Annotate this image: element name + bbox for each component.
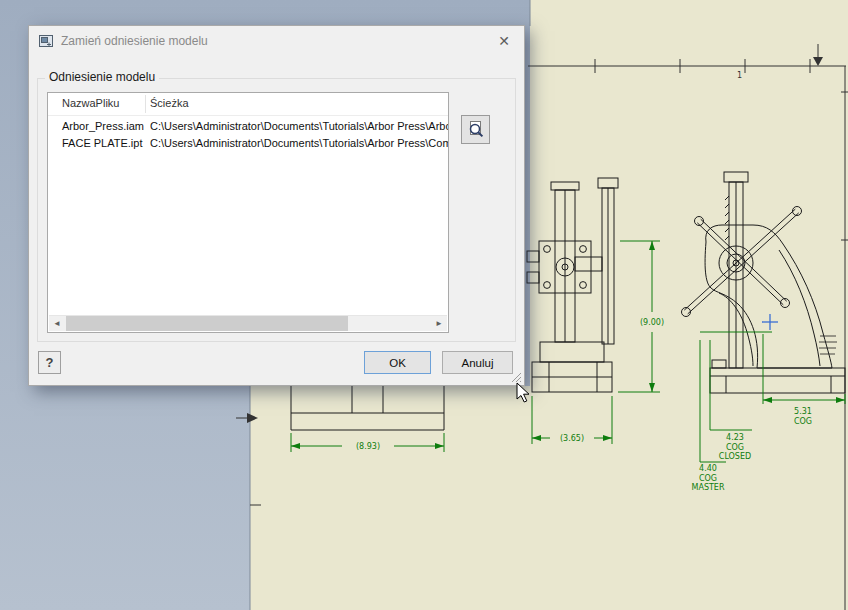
zone-number: 1 bbox=[737, 71, 742, 80]
browse-button[interactable] bbox=[461, 115, 490, 144]
dim-cog-440-label2: MASTER bbox=[692, 483, 725, 492]
column-separator bbox=[145, 95, 146, 113]
model-reference-groupbox: Odniesienie modelu NazwaPliku Ścieżka Ar… bbox=[37, 78, 516, 342]
scrollbar-thumb[interactable] bbox=[66, 316, 348, 331]
dim-cog-423-label2: CLOSED bbox=[719, 452, 751, 461]
scroll-right-icon[interactable]: ► bbox=[431, 316, 447, 331]
close-icon[interactable]: ✕ bbox=[493, 33, 515, 49]
mouse-cursor bbox=[516, 382, 536, 404]
dim-cog-440-label1: COG bbox=[699, 474, 717, 483]
cell-file-name: Arbor_Press.iam bbox=[62, 120, 144, 132]
dim-cog-440-value: 4.40 bbox=[699, 464, 717, 473]
column-header-filename[interactable]: NazwaPliku bbox=[62, 97, 119, 109]
cell-file-path: C:\Users\Administrator\Documents\Tutoria… bbox=[150, 137, 448, 149]
table-row[interactable]: Arbor_Press.iam C:\Users\Administrator\D… bbox=[48, 119, 448, 135]
scrollbar-track[interactable] bbox=[65, 316, 431, 331]
dialog-title: Zamień odniesienie modelu bbox=[61, 34, 208, 48]
file-reference-table[interactable]: NazwaPliku Ścieżka Arbor_Press.iam C:\Us… bbox=[47, 92, 449, 333]
dim-cog-531-value: 5.31 bbox=[794, 407, 812, 416]
cancel-button[interactable]: Anuluj bbox=[442, 351, 513, 374]
dim-width-base: (3.65) bbox=[560, 434, 584, 443]
scroll-left-icon[interactable]: ◄ bbox=[49, 316, 65, 331]
dialog-titlebar[interactable]: Zamień odniesienie modelu ✕ bbox=[29, 26, 524, 56]
cell-file-path: C:\Users\Administrator\Documents\Tutoria… bbox=[150, 120, 448, 132]
table-header: NazwaPliku Ścieżka bbox=[48, 93, 448, 115]
header-divider bbox=[48, 115, 448, 116]
dim-cog-423-label1: COG bbox=[726, 443, 744, 452]
help-icon: ? bbox=[46, 355, 54, 370]
cell-file-name: FACE PLATE.ipt bbox=[62, 137, 143, 149]
help-button[interactable]: ? bbox=[38, 351, 61, 374]
dim-cog-423-value: 4.23 bbox=[726, 433, 744, 442]
groupbox-label: Odniesienie modelu bbox=[45, 70, 159, 84]
browse-magnifier-icon bbox=[466, 120, 485, 139]
dim-cog-531-label: COG bbox=[794, 417, 812, 426]
horizontal-scrollbar[interactable]: ◄ ► bbox=[49, 315, 447, 331]
dim-height-total: (9.00) bbox=[640, 318, 664, 327]
replace-model-reference-dialog: Zamień odniesienie modelu ✕ Odniesienie … bbox=[28, 25, 525, 386]
ok-button[interactable]: OK bbox=[364, 351, 431, 374]
replace-model-icon bbox=[38, 33, 54, 49]
table-row[interactable]: FACE PLATE.ipt C:\Users\Administrator\Do… bbox=[48, 136, 448, 152]
column-header-path[interactable]: Ścieżka bbox=[150, 97, 189, 109]
dim-width-total: (8.93) bbox=[356, 442, 380, 451]
